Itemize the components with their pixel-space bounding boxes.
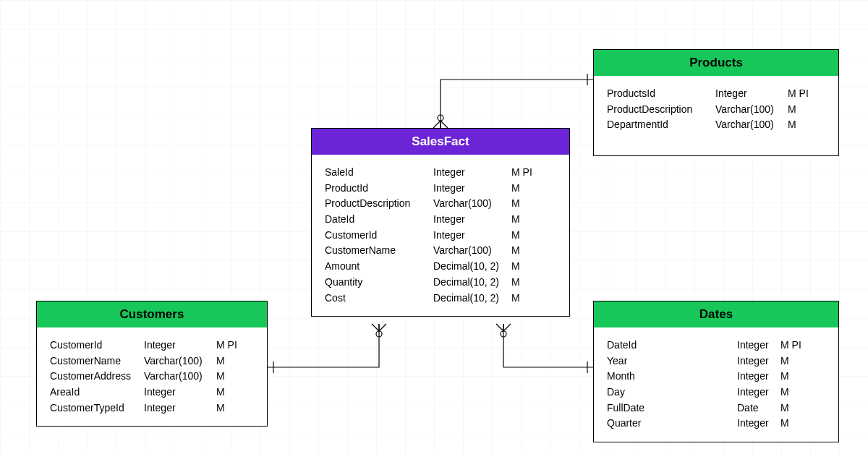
column-name: Year [607,354,737,369]
column-row: CustomerIdIntegerM [325,228,556,244]
column-flags: M [511,259,539,275]
svg-line-13 [503,324,511,331]
column-row: FullDateDateM [607,401,825,416]
column-row: CostDecimal(10, 2)M [325,291,556,307]
column-flags: M [216,401,244,416]
column-flags: M [511,228,539,244]
column-row: CustomerAddressVarchar(100)M [50,369,254,385]
entity-products: Products ProductsIdIntegerM PIProductDes… [593,49,839,156]
svg-line-1 [433,121,441,128]
column-name: Month [607,369,737,385]
column-flags: M PI [780,338,808,354]
column-row: ProductsIdIntegerM PI [607,86,825,102]
entity-dates-header: Dates [594,301,838,327]
column-flags: M [216,385,244,401]
column-type: Varchar(100) [144,354,216,369]
column-flags: M [780,369,808,385]
column-flags: M [511,212,539,228]
column-row: AmountDecimal(10, 2)M [325,259,556,275]
column-name: CustomerId [50,338,144,354]
column-name: Cost [325,291,433,307]
column-flags: M [511,181,539,197]
column-type: Integer [144,385,216,401]
column-type: Decimal(10, 2) [433,291,511,307]
column-name: FullDate [607,401,737,416]
column-type: Integer [433,165,511,181]
column-type: Integer [144,401,216,416]
column-name: Day [607,385,737,401]
column-name: ProductDescription [607,102,715,118]
svg-line-6 [372,324,379,331]
column-row: CustomerTypeIdIntegerM [50,401,254,416]
column-name: CustomerName [325,243,433,259]
column-name: ProductDescription [325,196,433,212]
column-name: CustomerAddress [50,369,144,385]
column-row: DepartmentIdVarchar(100)M [607,117,825,133]
column-flags: M [780,416,808,432]
column-row: ProductDescriptionVarchar(100)M [607,102,825,118]
column-row: DateIdIntegerM [325,212,556,228]
column-name: DepartmentId [607,117,715,133]
column-type: Integer [144,338,216,354]
svg-point-10 [501,331,506,337]
column-type: Integer [433,181,511,197]
entity-customers: Customers CustomerIdIntegerM PICustomerN… [36,301,268,427]
column-flags: M [511,291,539,307]
svg-line-3 [441,121,448,128]
column-flags: M [216,354,244,369]
column-type: Varchar(100) [433,243,511,259]
entity-customers-body: CustomerIdIntegerM PICustomerNameVarchar… [37,327,267,426]
column-name: CustomerId [325,228,433,244]
column-type: Varchar(100) [715,117,788,133]
column-name: ProductId [325,181,433,197]
column-type: Varchar(100) [433,196,511,212]
column-row: YearIntegerM [607,354,825,369]
column-type: Integer [737,354,780,369]
svg-line-8 [379,324,386,331]
column-flags: M PI [788,86,815,102]
column-row: ProductIdIntegerM [325,181,556,197]
column-flags: M PI [216,338,244,354]
column-type: Integer [433,228,511,244]
svg-point-5 [376,331,382,337]
column-row: QuarterIntegerM [607,416,825,432]
svg-line-11 [496,324,503,331]
column-type: Integer [433,212,511,228]
column-name: DateId [607,338,737,354]
column-type: Integer [715,86,788,102]
column-row: QuantityDecimal(10, 2)M [325,275,556,291]
entity-dates: Dates DateIdIntegerM PIYearIntegerMMonth… [593,301,839,442]
column-type: Date [737,401,780,416]
column-flags: M [780,385,808,401]
entity-dates-body: DateIdIntegerM PIYearIntegerMMonthIntege… [594,327,838,442]
column-name: Quantity [325,275,433,291]
column-name: CustomerName [50,354,144,369]
column-name: SaleId [325,165,433,181]
entity-salesfact-body: SaleIdIntegerM PIProductIdIntegerMProduc… [312,155,569,316]
column-row: CustomerIdIntegerM PI [50,338,254,354]
column-flags: M [216,369,244,385]
column-type: Varchar(100) [144,369,216,385]
entity-salesfact-header: SalesFact [312,129,569,155]
svg-point-0 [438,115,443,121]
column-flags: M [511,275,539,291]
entity-products-header: Products [594,50,838,76]
column-type: Integer [737,416,780,432]
column-flags: M [788,102,815,118]
column-name: Quarter [607,416,737,432]
column-type: Varchar(100) [715,102,788,118]
column-row: ProductDescriptionVarchar(100)M [325,196,556,212]
column-row: CustomerNameVarchar(100)M [50,354,254,369]
entity-customers-header: Customers [37,301,267,327]
column-row: AreaIdIntegerM [50,385,254,401]
column-name: DateId [325,212,433,228]
entity-products-body: ProductsIdIntegerM PIProductDescriptionV… [594,76,838,155]
column-type: Integer [737,369,780,385]
entity-salesfact: SalesFact SaleIdIntegerM PIProductIdInte… [311,128,570,317]
column-row: DateIdIntegerM PI [607,338,825,354]
column-type: Integer [737,385,780,401]
column-flags: M [511,196,539,212]
column-flags: M [788,117,815,133]
column-type: Integer [737,338,780,354]
column-row: DayIntegerM [607,385,825,401]
